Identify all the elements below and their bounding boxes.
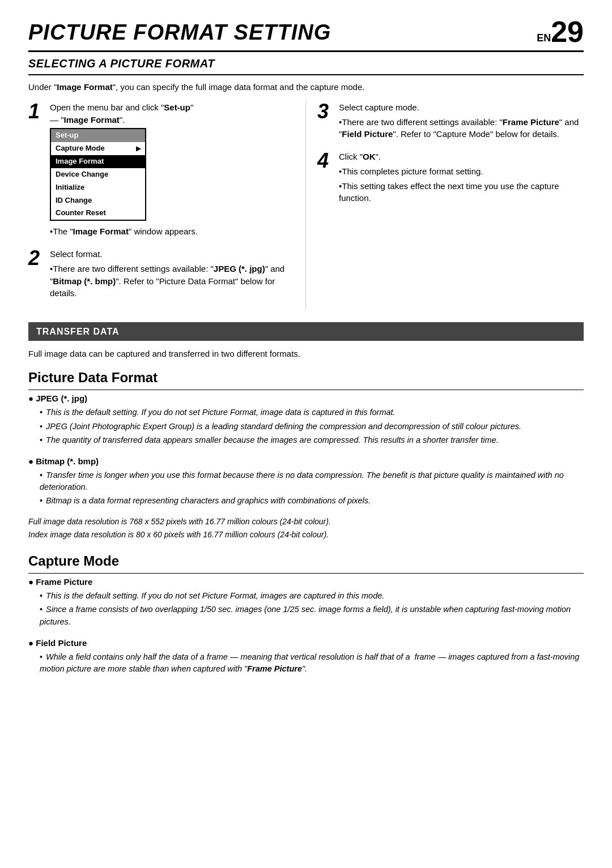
step-3: 3 Select capture mode. •There are two di… [317,101,584,143]
step-4-text: Click "OK". [339,151,584,163]
jpeg-heading-text: JPEG (*. jpg) [36,394,87,403]
bitmap-bullet-1: Transfer time is longer when you use thi… [40,469,584,493]
step-2: 2 Select format. •There are two differen… [28,248,294,302]
frame-picture-bullet-list: This is the default setting. If you do n… [28,590,584,627]
capture-mode-heading: Capture Mode [28,551,584,574]
picture-data-format-section: Picture Data Format ● JPEG (*. jpg) This… [28,368,584,540]
menu-image-format-label: Image Format [56,156,104,167]
field-bullet-1: While a field contains only half the dat… [40,651,584,675]
step-1-image-note: •The "Image Format" window appears. [50,225,294,238]
steps-right-column: 3 Select capture mode. •There are two di… [306,101,584,310]
jpeg-bullet-2: JPEG (Joint Photographic Expert Group) i… [40,421,584,433]
menu-initialize-label: Initialize [56,182,84,193]
menu-device-change: Device Change [51,168,145,181]
page-subtitle: SELECTING A PICTURE FORMAT [28,55,584,75]
page-number-block: EN 29 [537,17,584,46]
step-3-content: Select capture mode. •There are two diff… [339,101,584,143]
step-1-content: Open the menu bar and click "Set-up"— "I… [50,101,294,240]
frame-picture-heading: ● Frame Picture [28,576,584,588]
step-4-number: 4 [317,151,333,207]
page-number: 29 [551,17,584,46]
steps-grid: 1 Open the menu bar and click "Set-up"— … [28,101,584,310]
menu-initialize: Initialize [51,181,145,194]
jpeg-subsection: ● JPEG (*. jpg) This is the default sett… [28,392,584,446]
step-1: 1 Open the menu bar and click "Set-up"— … [28,101,294,240]
bitmap-heading: ● Bitmap (*. bmp) [28,455,584,468]
step-4-detail2: •This setting takes effect the next time… [339,180,584,205]
menu-counter-reset-label: Counter Reset [56,208,106,219]
field-picture-heading-text: Field Picture [36,638,87,648]
step-2-content: Select format. •There are two different … [50,248,294,302]
setup-menu: Set-up Capture Mode ▶ Image Format Devic… [50,128,146,221]
step-2-number: 2 [28,248,44,302]
bitmap-subsection: ● Bitmap (*. bmp) Transfer time is longe… [28,455,584,507]
step-3-detail: •There are two different settings availa… [339,116,584,141]
menu-image-format: Image Format [51,155,145,168]
field-picture-subsection: ● Field Picture While a field contains o… [28,637,584,675]
bitmap-bullet-2: Bitmap is a data format representing cha… [40,495,584,507]
step-4-detail1: •This completes picture format setting. [339,165,584,178]
menu-title: Set-up [51,129,145,142]
jpeg-bullet-list: This is the default setting. If you do n… [28,407,584,446]
transfer-intro: Full image data can be captured and tran… [28,348,584,360]
field-picture-heading: ● Field Picture [28,637,584,649]
step-4-content: Click "OK". •This completes picture form… [339,151,584,207]
step-3-number: 3 [317,101,333,143]
step-1-text: Open the menu bar and click "Set-up"— "I… [50,101,294,126]
transfer-banner: TRANSFER DATA [28,322,584,341]
step-2-text: Select format. [50,248,294,260]
step-4: 4 Click "OK". •This completes picture fo… [317,151,584,207]
frame-bullet-2: Since a frame consists of two overlappin… [40,604,584,627]
menu-capture-mode-label: Capture Mode [56,143,105,154]
en-label: EN [537,31,551,45]
resolution-note-2: Index image data resolution is 80 x 60 p… [28,529,584,540]
frame-bullet-1: This is the default setting. If you do n… [40,590,584,602]
menu-device-change-label: Device Change [56,169,108,180]
menu-capture-mode: Capture Mode ▶ [51,142,145,155]
steps-left-column: 1 Open the menu bar and click "Set-up"— … [28,101,306,310]
field-picture-bullet-list: While a field contains only half the dat… [28,651,584,675]
jpeg-heading: ● JPEG (*. jpg) [28,392,584,405]
capture-mode-section: Capture Mode ● Frame Picture This is the… [28,551,584,675]
menu-id-change-label: ID Change [56,195,92,206]
frame-picture-heading-text: Frame Picture [36,577,92,587]
jpeg-bullet-1: This is the default setting. If you do n… [40,407,584,418]
bitmap-heading-text: Bitmap (*. bmp) [36,456,99,466]
resolution-note-1: Full image data resolution is 768 x 552 … [28,516,584,527]
page-title: PICTURE FORMAT SETTING [28,17,331,48]
bitmap-bullet-list: Transfer time is longer when you use thi… [28,469,584,507]
frame-picture-subsection: ● Frame Picture This is the default sett… [28,576,584,628]
page-header: PICTURE FORMAT SETTING EN 29 [28,17,584,52]
picture-data-format-heading: Picture Data Format [28,368,584,390]
step-2-detail: •There are two different settings availa… [50,263,294,300]
menu-capture-mode-arrow: ▶ [136,144,141,153]
menu-id-change: ID Change [51,194,145,207]
step-3-text: Select capture mode. [339,101,584,114]
step-1-number: 1 [28,101,44,240]
menu-counter-reset: Counter Reset [51,207,145,220]
intro-paragraph: Under "Image Format", you can specify th… [28,81,584,93]
jpeg-bullet-3: The quantity of transferred data appears… [40,434,584,446]
